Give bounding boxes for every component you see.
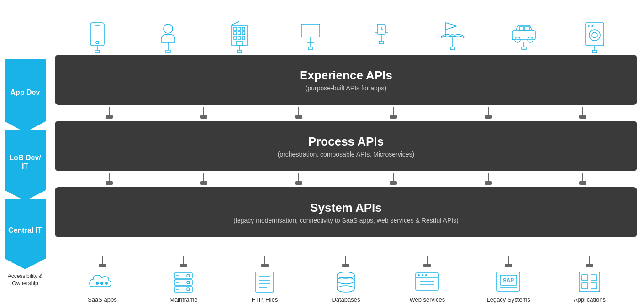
svg-rect-39: [450, 47, 455, 50]
svg-rect-44: [525, 27, 529, 31]
svg-rect-17: [242, 37, 245, 39]
svg-rect-0: [90, 23, 104, 46]
top-icon-desktop: [283, 21, 338, 55]
connector-1c: [295, 107, 302, 119]
connectors-row-2: [53, 171, 639, 187]
left-column: App Dev LoB Dev/ IT Central IT Accessibi…: [0, 0, 50, 303]
connector-1b: [200, 107, 207, 119]
top-icon-wearable: [354, 21, 409, 55]
central-it-label: Central IT: [8, 226, 42, 235]
process-api-bar: Process APIs (orchestration, composable …: [55, 121, 637, 171]
bottom-section: SaaS apps Mainframe: [53, 255, 639, 303]
experience-api-wrapper: Experience APIs (purpose-built APIs for …: [53, 55, 639, 105]
bottom-icon-mainframe: Mainframe: [152, 271, 216, 303]
experience-api-subtitle: (purpose-built APIs for apps): [306, 84, 386, 92]
svg-rect-21: [237, 50, 242, 53]
central-it-chevron: Central IT: [5, 199, 46, 269]
svg-rect-46: [522, 47, 526, 50]
svg-rect-90: [591, 275, 597, 281]
svg-point-65: [187, 288, 190, 291]
svg-rect-40: [512, 31, 535, 40]
connector-1f: [579, 107, 586, 119]
svg-point-62: [187, 281, 190, 284]
diagram-container: App Dev LoB Dev/ IT Central IT Accessibi…: [0, 0, 644, 303]
api-layers-section: Experience APIs (purpose-built APIs for …: [53, 55, 639, 255]
svg-line-19: [232, 21, 239, 25]
connector-2e: [485, 173, 492, 185]
bottom-conn-4: [342, 256, 349, 267]
svg-point-54: [96, 282, 99, 285]
connector-2b: [200, 173, 207, 185]
webservices-label: Web services: [409, 296, 445, 303]
svg-rect-89: [582, 275, 588, 281]
accessibility-label: Accessibility & Ownership: [0, 273, 50, 287]
connector-2a: [106, 173, 113, 185]
bottom-connectors: [53, 255, 639, 268]
top-icons-row: [53, 5, 639, 55]
svg-rect-9: [234, 27, 237, 30]
svg-text:SAP: SAP: [503, 277, 514, 284]
connector-2f: [579, 173, 586, 185]
lob-dev-label: LoB Dev/ IT: [7, 153, 43, 171]
legacy-label: Legacy Systems: [486, 296, 530, 303]
process-api-title: Process APIs: [308, 135, 384, 149]
app-dev-chevron: App Dev: [5, 59, 46, 132]
bottom-icon-webservices: Web services: [395, 271, 459, 303]
svg-point-48: [589, 30, 600, 41]
svg-rect-16: [238, 37, 241, 39]
app-dev-label: App Dev: [11, 88, 40, 97]
svg-rect-66: [256, 272, 274, 292]
svg-point-59: [187, 274, 190, 277]
top-icon-person: [141, 21, 195, 55]
top-icon-mobile: [70, 21, 125, 55]
svg-point-51: [591, 25, 593, 27]
applications-label: Applications: [574, 296, 606, 303]
bottom-conn-2: [180, 256, 187, 267]
svg-point-78: [418, 274, 420, 276]
svg-marker-37: [446, 23, 457, 30]
svg-point-2: [96, 41, 99, 44]
svg-rect-7: [166, 50, 170, 53]
bottom-conn-6: [505, 256, 512, 267]
main-content: Experience APIs (purpose-built APIs for …: [50, 0, 644, 303]
connectors-row-1: [53, 105, 639, 121]
svg-rect-18: [237, 41, 242, 46]
connector-1a: [106, 107, 113, 119]
svg-point-5: [164, 24, 173, 33]
top-icon-partner: [425, 21, 480, 55]
database-label: Databases: [332, 296, 360, 303]
svg-rect-22: [301, 24, 320, 37]
connector-mobile-top: [86, 21, 109, 55]
bottom-conn-7: [586, 256, 593, 267]
svg-rect-15: [234, 37, 237, 39]
svg-rect-43: [519, 27, 524, 31]
top-icon-appliance: [567, 21, 622, 55]
chevron-stack: App Dev LoB Dev/ IT Central IT: [0, 59, 50, 269]
svg-point-80: [425, 274, 427, 276]
svg-rect-91: [582, 283, 588, 289]
bottom-conn-5: [423, 256, 431, 267]
svg-rect-10: [238, 27, 241, 30]
bottom-icon-ftp: FTP, Files: [233, 271, 297, 303]
svg-rect-12: [234, 32, 237, 35]
bottom-icons-row: SaaS apps Mainframe: [53, 268, 639, 303]
process-api-subtitle: (orchestration, composable APIs, Microse…: [278, 151, 415, 158]
system-api-wrapper: System APIs (legacy modernisation, conne…: [53, 187, 639, 237]
svg-rect-92: [591, 283, 597, 289]
connector-1d: [390, 107, 397, 119]
system-api-subtitle: (legacy modernisation, connectivity to S…: [233, 217, 459, 224]
svg-rect-11: [242, 27, 245, 30]
svg-rect-13: [238, 32, 241, 35]
svg-point-74: [337, 286, 354, 292]
experience-api-title: Experience APIs: [300, 68, 392, 83]
bottom-icon-legacy: SAP Legacy Systems: [476, 271, 540, 303]
process-api-wrapper: Process APIs (orchestration, composable …: [53, 121, 639, 171]
bottom-icon-applications: Applications: [558, 271, 622, 303]
top-icon-office: [212, 21, 267, 55]
bottom-conn-3: [261, 256, 269, 267]
connector-2c: [295, 173, 302, 185]
svg-rect-4: [95, 50, 100, 53]
svg-rect-35: [379, 41, 384, 44]
svg-rect-14: [242, 32, 245, 35]
system-api-bar: System APIs (legacy modernisation, conne…: [55, 187, 637, 237]
